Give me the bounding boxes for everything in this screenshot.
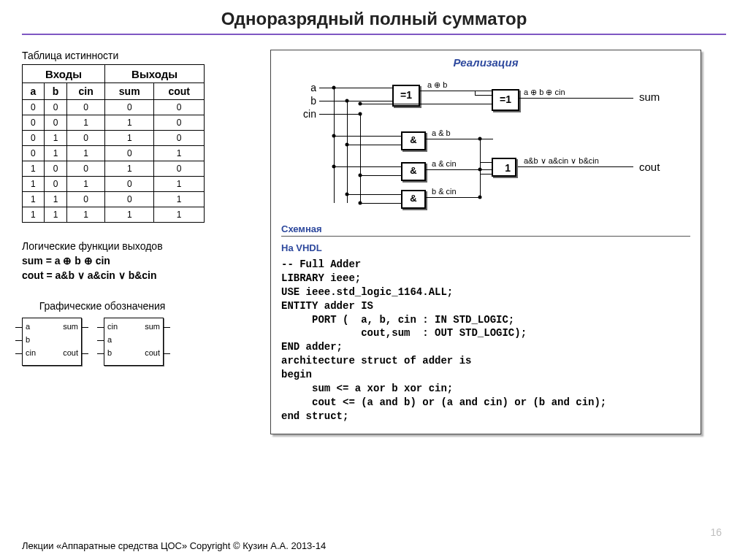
sym2-b: b: [107, 348, 112, 357]
wire-axorb: a ⊕ b: [427, 80, 447, 90]
sym2-cin: cin: [107, 322, 118, 331]
table-cell: 1: [67, 207, 105, 223]
table-cell: 0: [44, 115, 66, 131]
table-cell: 0: [154, 115, 205, 131]
page-title: Одноразрядный полный сумматор: [22, 9, 726, 29]
sym1-a: a: [26, 322, 30, 331]
subtitle-schem: Схемная: [281, 223, 690, 234]
symbols-label: Графические обозначения: [22, 300, 183, 312]
table-row: 01010: [23, 131, 205, 146]
table-cell: 1: [105, 115, 154, 131]
symbol-block-1: a b cin sum cout: [22, 318, 82, 366]
table-cell: 1: [67, 146, 105, 161]
table-cell: 1: [23, 161, 45, 177]
table-cell: 1: [105, 161, 154, 177]
sym1-b: b: [26, 335, 30, 344]
page-number: 16: [710, 526, 722, 538]
realization-panel: Реализация a b cin: [270, 50, 701, 434]
diag-in-cin: cin: [296, 108, 316, 120]
cout-equation: cout = a&b ∨ a&cin ∨ b&cin: [22, 269, 241, 281]
th-inputs: Входы: [23, 65, 105, 83]
table-cell: 0: [67, 161, 105, 177]
th-sum: sum: [105, 83, 154, 100]
table-cell: 1: [44, 146, 66, 161]
circuit-diagram: a b cin: [281, 72, 690, 218]
th-cin: cin: [67, 83, 105, 100]
th-cout: cout: [154, 83, 205, 100]
realization-title: Реализация: [281, 56, 690, 69]
wire-ab: a & b: [432, 129, 451, 137]
table-row: 11111: [23, 207, 205, 223]
wire-or: a&b ∨ a&cin ∨ b&cin: [524, 156, 599, 166]
table-row: 11001: [23, 192, 205, 207]
vhdl-code: -- Full Adder LIBRARY ieee; USE ieee.std…: [281, 258, 690, 423]
sum-equation: sum = a ⊕ b ⊕ cin: [22, 255, 241, 266]
sym1-sum: sum: [63, 322, 78, 331]
table-row: 01101: [23, 146, 205, 161]
table-cell: 0: [44, 100, 66, 115]
truth-table: Входы Выходы a b cin sum cout 0000000110…: [22, 64, 205, 223]
table-row: 10101: [23, 177, 205, 192]
table-cell: 0: [154, 161, 205, 177]
sym1-cout: cout: [63, 348, 78, 357]
table-cell: 0: [44, 161, 66, 177]
diag-in-b: b: [296, 95, 316, 107]
table-cell: 0: [67, 100, 105, 115]
table-cell: 0: [105, 177, 154, 192]
gate-xor2: =1: [492, 89, 519, 111]
table-cell: 0: [154, 131, 205, 146]
sym2-sum: sum: [145, 322, 160, 331]
table-cell: 1: [154, 146, 205, 161]
symbol-block-2: cin a b sum cout: [104, 318, 164, 366]
diag-out-sum: sum: [639, 91, 660, 103]
sym1-cin: cin: [26, 348, 36, 357]
table-cell: 1: [105, 207, 154, 223]
table-cell: 1: [23, 177, 45, 192]
table-row: 10010: [23, 161, 205, 177]
sym2-a: a: [107, 335, 112, 344]
wire-axorbxorc: a ⊕ b ⊕ cin: [524, 88, 565, 97]
table-cell: 0: [67, 131, 105, 146]
table-row: 00110: [23, 115, 205, 131]
th-a: a: [23, 83, 45, 100]
truth-table-label: Таблица истинности: [22, 50, 241, 61]
table-cell: 1: [23, 207, 45, 223]
table-cell: 0: [105, 192, 154, 207]
table-cell: 1: [44, 131, 66, 146]
table-cell: 0: [23, 146, 45, 161]
table-cell: 1: [105, 131, 154, 146]
table-cell: 0: [23, 100, 45, 115]
table-cell: 0: [44, 177, 66, 192]
gate-and3: &: [401, 190, 426, 209]
table-cell: 1: [44, 207, 66, 223]
gate-and2: &: [401, 162, 426, 181]
wire-acin: a & cin: [432, 159, 457, 168]
table-cell: 0: [105, 100, 154, 115]
table-cell: 0: [23, 131, 45, 146]
table-cell: 0: [67, 192, 105, 207]
table-cell: 1: [154, 177, 205, 192]
th-b: b: [44, 83, 66, 100]
logic-label: Логические функции выходов: [22, 240, 241, 252]
table-cell: 1: [23, 192, 45, 207]
diag-in-a: a: [296, 82, 316, 93]
table-cell: 1: [67, 115, 105, 131]
wire-bcin: b & cin: [432, 187, 457, 196]
footer-copyright: Лекции «Аппаратные средства ЦОС» Copyrig…: [22, 540, 326, 551]
table-cell: 1: [154, 207, 205, 223]
table-cell: 1: [154, 192, 205, 207]
table-cell: 1: [67, 177, 105, 192]
sym2-cout: cout: [145, 348, 160, 357]
title-underline: [22, 34, 726, 35]
subtitle-vhdl: На VHDL: [281, 242, 690, 253]
gate-and1: &: [401, 131, 426, 150]
th-outputs: Выходы: [105, 65, 205, 83]
panel-divider: [281, 236, 690, 237]
table-cell: 1: [44, 192, 66, 207]
gate-or: 1: [492, 158, 516, 177]
table-row: 00000: [23, 100, 205, 115]
table-cell: 0: [23, 115, 45, 131]
table-cell: 0: [154, 100, 205, 115]
diag-out-cout: cout: [639, 161, 660, 173]
table-cell: 0: [105, 146, 154, 161]
